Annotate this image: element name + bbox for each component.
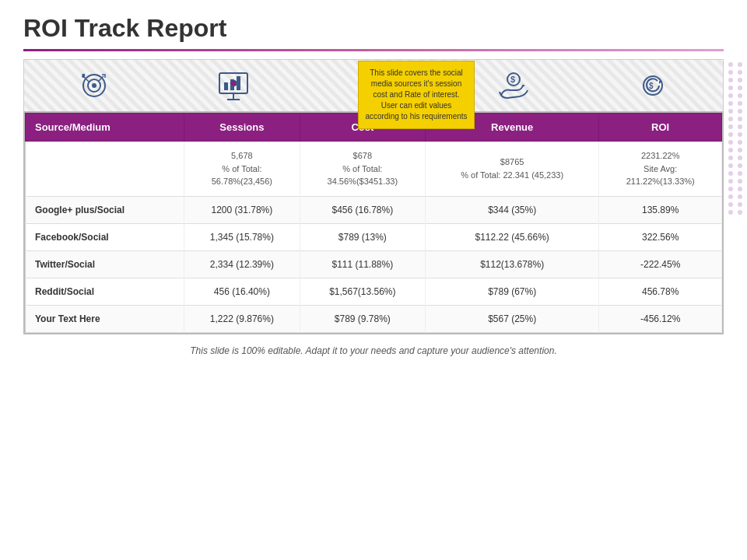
table-row: Google+ plus/Social 1200 (31.78%) $456 (…: [26, 196, 722, 223]
row-roi: -456.12%: [599, 305, 722, 332]
row-cost: $111 (11.88%): [300, 250, 425, 278]
row-roi: -222.45%: [599, 250, 722, 278]
target-icon: [75, 70, 113, 101]
row-sessions: 1200 (31.78%): [184, 196, 300, 223]
col-header-roi: ROI: [599, 114, 722, 142]
row-source: Facebook/Social: [26, 223, 184, 250]
page-title: ROI Track Report: [0, 0, 747, 49]
table-row: Facebook/Social 1,345 (15.78%) $789 (13%…: [26, 223, 722, 250]
svg-point-2: [92, 83, 96, 88]
row-cost: $456 (16.78%): [300, 196, 425, 223]
chart-icon-cell: [210, 66, 257, 105]
table-wrapper: Source/Medium Sessions Cost Revenue ROI …: [23, 111, 724, 334]
row-cost: $1,567(13.56%): [300, 278, 425, 305]
row-cost: $789 (13%): [300, 223, 425, 250]
row-revenue: $112.22 (45.66%): [425, 223, 598, 250]
row-roi: 135.89%: [599, 196, 722, 223]
row-cost: $789 (9.78%): [300, 305, 425, 332]
top-divider: [23, 49, 724, 51]
row-roi: 456.78%: [599, 278, 722, 305]
row-sessions: 1,345 (15.78%): [184, 223, 300, 250]
tooltip-box: This slide covers the social media sourc…: [358, 61, 475, 129]
row-sessions: 1,222 (9.876%): [184, 305, 300, 332]
svg-rect-9: [224, 82, 228, 90]
hand-coin-icon-cell: $: [490, 66, 537, 105]
row-revenue: $344 (35%): [425, 196, 598, 223]
table-row: Twitter/Social 2,334 (12.39%) $111 (11.8…: [26, 250, 722, 278]
row-sessions: 456 (16.40%): [184, 278, 300, 305]
row-sessions: 2,334 (12.39%): [184, 250, 300, 278]
row-source: Your Text Here: [26, 305, 184, 332]
col-header-sessions: Sessions: [184, 114, 300, 142]
row-revenue: $567 (25%): [425, 305, 598, 332]
target-icon-cell: [71, 66, 117, 105]
summary-revenue: $8765 % of Total: 22.341 (45,233): [425, 142, 598, 197]
roi-icon: $: [636, 70, 670, 101]
refresh-coin-icon-cell: $: [630, 66, 676, 105]
summary-source: [26, 142, 184, 197]
tooltip-text: This slide covers the social media sourc…: [365, 68, 467, 121]
hand-icon: $: [495, 70, 532, 101]
footer-text: This slide is 100% editable. Adapt it to…: [23, 345, 724, 356]
row-source: Google+ plus/Social: [26, 196, 184, 223]
main-content: This slide covers the social media sourc…: [23, 59, 724, 356]
row-revenue: $112(13.678%): [425, 250, 598, 278]
svg-rect-11: [237, 76, 240, 90]
svg-text:$: $: [510, 75, 515, 84]
summary-cost: $678 % of Total: 34.56%($3451.33): [300, 142, 425, 197]
data-table: Source/Medium Sessions Cost Revenue ROI …: [25, 113, 722, 333]
table-row: Your Text Here 1,222 (9.876%) $789 (9.78…: [26, 305, 722, 332]
chart-icon: [216, 70, 251, 101]
col-header-source: Source/Medium: [26, 114, 184, 142]
table-row: Reddit/Social 456 (16.40%) $1,567(13.56%…: [26, 278, 722, 305]
summary-row: 5,678 % of Total: 56.78%(23,456) $678 % …: [26, 142, 722, 197]
row-source: Reddit/Social: [26, 278, 184, 305]
summary-roi: 2231.22% Site Avg: 211.22%(13.33%): [599, 142, 722, 197]
summary-sessions: 5,678 % of Total: 56.78%(23,456): [184, 142, 300, 197]
svg-point-5: [82, 75, 85, 78]
svg-point-12: [230, 80, 237, 86]
row-revenue: $789 (67%): [425, 278, 598, 305]
row-roi: 322.56%: [599, 223, 722, 250]
svg-text:$: $: [649, 82, 654, 90]
row-source: Twitter/Social: [26, 250, 184, 278]
